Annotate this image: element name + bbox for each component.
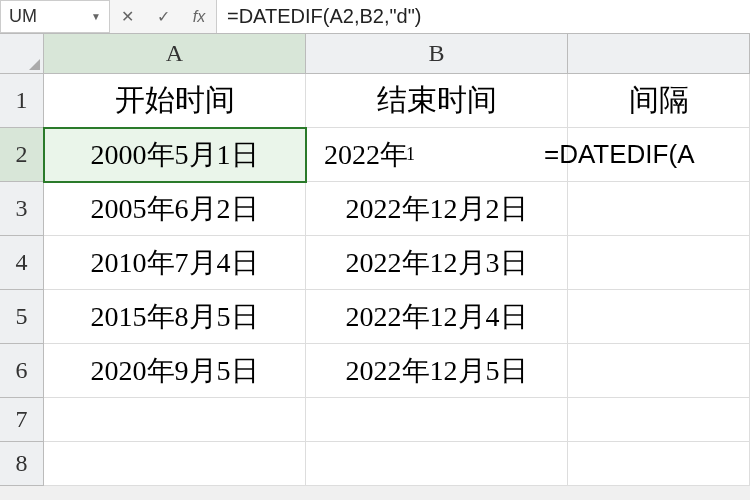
select-all-corner[interactable] [0,34,44,74]
cell-A3[interactable]: 2005年6月2日 [44,182,306,236]
cell-C1[interactable]: 间隔 [568,74,750,128]
cell-B4[interactable]: 2022年12月3日 [306,236,568,290]
cancel-icon[interactable]: ✕ [116,6,138,28]
cell-A7[interactable] [44,398,306,442]
cell-B5[interactable]: 2022年12月4日 [306,290,568,344]
cell-C6[interactable] [568,344,750,398]
cell-C4[interactable] [568,236,750,290]
cell-C2[interactable]: =DATEDIF(A [568,128,750,182]
cell-B1[interactable]: 结束时间 [306,74,568,128]
cell-A2[interactable]: 2000年5月1日 [44,128,306,182]
cell-A4[interactable]: 2010年7月4日 [44,236,306,290]
cell-C2-formula: =DATEDIF(A [544,139,694,170]
row-header-3[interactable]: 3 [0,182,44,236]
formula-input[interactable]: =DATEDIF(A2,B2,"d") [217,0,750,33]
row-header-8[interactable]: 8 [0,442,44,486]
confirm-icon[interactable]: ✓ [152,6,174,28]
cell-C3[interactable] [568,182,750,236]
cell-B8[interactable] [306,442,568,486]
name-box-value: UM [9,6,37,27]
row-header-6[interactable]: 6 [0,344,44,398]
formula-controls: ✕ ✓ fx [110,0,217,33]
col-header-A[interactable]: A [44,34,306,74]
cell-C7[interactable] [568,398,750,442]
row-header-4[interactable]: 4 [0,236,44,290]
row-header-7[interactable]: 7 [0,398,44,442]
col-header-B[interactable]: B [306,34,568,74]
col-header-C[interactable] [568,34,750,74]
chevron-down-icon[interactable]: ▼ [91,11,101,22]
formula-bar: UM ▼ ✕ ✓ fx =DATEDIF(A2,B2,"d") [0,0,750,34]
cell-A8[interactable] [44,442,306,486]
cell-B2[interactable]: 2022年1 [306,128,568,182]
cell-B2-partial: 1 [406,144,415,165]
spreadsheet-grid: A B 1 开始时间 结束时间 间隔 2 2000年5月1日 2022年1 =D… [0,34,750,486]
cell-A5[interactable]: 2015年8月5日 [44,290,306,344]
cell-B2-value: 2022年 [324,136,408,174]
row-header-1[interactable]: 1 [0,74,44,128]
cell-C8[interactable] [568,442,750,486]
cell-B3[interactable]: 2022年12月2日 [306,182,568,236]
cell-C5[interactable] [568,290,750,344]
cell-A6[interactable]: 2020年9月5日 [44,344,306,398]
cell-B7[interactable] [306,398,568,442]
name-box[interactable]: UM ▼ [0,0,110,33]
row-header-5[interactable]: 5 [0,290,44,344]
formula-text: =DATEDIF(A2,B2,"d") [227,5,421,28]
row-header-2[interactable]: 2 [0,128,44,182]
cell-B6[interactable]: 2022年12月5日 [306,344,568,398]
fx-icon[interactable]: fx [188,6,210,28]
cell-A1[interactable]: 开始时间 [44,74,306,128]
